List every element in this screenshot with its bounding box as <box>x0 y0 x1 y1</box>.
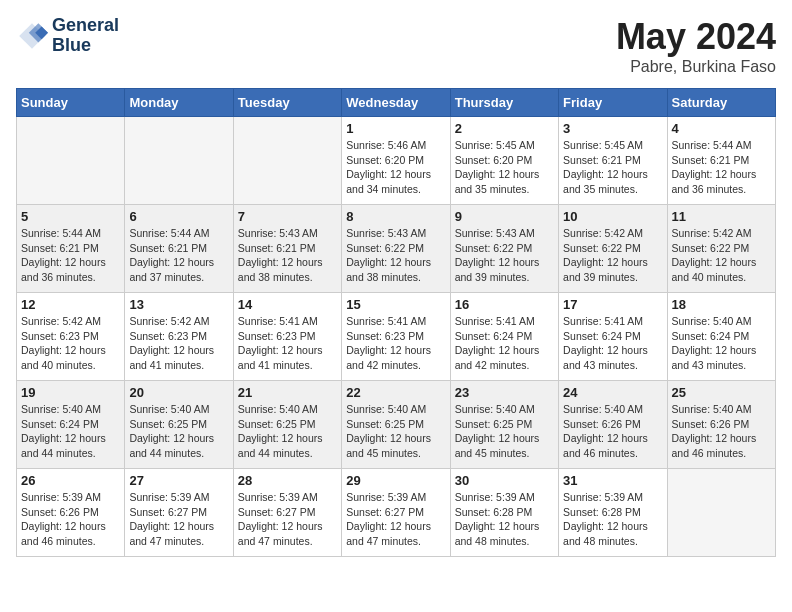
day-info: Sunrise: 5:42 AM Sunset: 6:23 PM Dayligh… <box>129 314 228 373</box>
day-number: 12 <box>21 297 120 312</box>
day-number: 24 <box>563 385 662 400</box>
day-number: 27 <box>129 473 228 488</box>
day-info: Sunrise: 5:44 AM Sunset: 6:21 PM Dayligh… <box>129 226 228 285</box>
calendar-day: 14Sunrise: 5:41 AM Sunset: 6:23 PM Dayli… <box>233 293 341 381</box>
day-info: Sunrise: 5:39 AM Sunset: 6:27 PM Dayligh… <box>129 490 228 549</box>
calendar-week-row: 12Sunrise: 5:42 AM Sunset: 6:23 PM Dayli… <box>17 293 776 381</box>
day-info: Sunrise: 5:39 AM Sunset: 6:28 PM Dayligh… <box>455 490 554 549</box>
calendar-week-row: 26Sunrise: 5:39 AM Sunset: 6:26 PM Dayli… <box>17 469 776 557</box>
logo-icon <box>16 20 48 52</box>
day-number: 30 <box>455 473 554 488</box>
weekday-header: Saturday <box>667 89 775 117</box>
day-number: 5 <box>21 209 120 224</box>
day-info: Sunrise: 5:39 AM Sunset: 6:27 PM Dayligh… <box>238 490 337 549</box>
day-info: Sunrise: 5:42 AM Sunset: 6:22 PM Dayligh… <box>672 226 771 285</box>
day-number: 9 <box>455 209 554 224</box>
day-number: 16 <box>455 297 554 312</box>
page-header: General Blue May 2024 Pabre, Burkina Fas… <box>16 16 776 76</box>
calendar-day: 20Sunrise: 5:40 AM Sunset: 6:25 PM Dayli… <box>125 381 233 469</box>
calendar-day: 28Sunrise: 5:39 AM Sunset: 6:27 PM Dayli… <box>233 469 341 557</box>
day-number: 23 <box>455 385 554 400</box>
day-info: Sunrise: 5:40 AM Sunset: 6:24 PM Dayligh… <box>672 314 771 373</box>
calendar-day: 26Sunrise: 5:39 AM Sunset: 6:26 PM Dayli… <box>17 469 125 557</box>
day-number: 7 <box>238 209 337 224</box>
calendar-day: 29Sunrise: 5:39 AM Sunset: 6:27 PM Dayli… <box>342 469 450 557</box>
calendar-day: 10Sunrise: 5:42 AM Sunset: 6:22 PM Dayli… <box>559 205 667 293</box>
calendar-day: 9Sunrise: 5:43 AM Sunset: 6:22 PM Daylig… <box>450 205 558 293</box>
day-info: Sunrise: 5:41 AM Sunset: 6:24 PM Dayligh… <box>563 314 662 373</box>
day-info: Sunrise: 5:43 AM Sunset: 6:22 PM Dayligh… <box>346 226 445 285</box>
day-info: Sunrise: 5:40 AM Sunset: 6:25 PM Dayligh… <box>455 402 554 461</box>
day-number: 3 <box>563 121 662 136</box>
calendar-day <box>233 117 341 205</box>
calendar-day: 25Sunrise: 5:40 AM Sunset: 6:26 PM Dayli… <box>667 381 775 469</box>
day-number: 10 <box>563 209 662 224</box>
day-number: 28 <box>238 473 337 488</box>
calendar-week-row: 1Sunrise: 5:46 AM Sunset: 6:20 PM Daylig… <box>17 117 776 205</box>
day-info: Sunrise: 5:41 AM Sunset: 6:24 PM Dayligh… <box>455 314 554 373</box>
day-number: 19 <box>21 385 120 400</box>
day-number: 21 <box>238 385 337 400</box>
logo: General Blue <box>16 16 119 56</box>
calendar-day: 27Sunrise: 5:39 AM Sunset: 6:27 PM Dayli… <box>125 469 233 557</box>
day-info: Sunrise: 5:40 AM Sunset: 6:26 PM Dayligh… <box>672 402 771 461</box>
day-info: Sunrise: 5:39 AM Sunset: 6:28 PM Dayligh… <box>563 490 662 549</box>
day-number: 4 <box>672 121 771 136</box>
day-number: 22 <box>346 385 445 400</box>
weekday-header-row: SundayMondayTuesdayWednesdayThursdayFrid… <box>17 89 776 117</box>
day-info: Sunrise: 5:39 AM Sunset: 6:27 PM Dayligh… <box>346 490 445 549</box>
day-number: 8 <box>346 209 445 224</box>
day-number: 6 <box>129 209 228 224</box>
day-number: 11 <box>672 209 771 224</box>
day-info: Sunrise: 5:44 AM Sunset: 6:21 PM Dayligh… <box>21 226 120 285</box>
calendar-week-row: 19Sunrise: 5:40 AM Sunset: 6:24 PM Dayli… <box>17 381 776 469</box>
day-info: Sunrise: 5:39 AM Sunset: 6:26 PM Dayligh… <box>21 490 120 549</box>
calendar-day <box>125 117 233 205</box>
calendar-day: 30Sunrise: 5:39 AM Sunset: 6:28 PM Dayli… <box>450 469 558 557</box>
day-info: Sunrise: 5:40 AM Sunset: 6:25 PM Dayligh… <box>346 402 445 461</box>
calendar-day: 16Sunrise: 5:41 AM Sunset: 6:24 PM Dayli… <box>450 293 558 381</box>
day-number: 17 <box>563 297 662 312</box>
calendar-day: 3Sunrise: 5:45 AM Sunset: 6:21 PM Daylig… <box>559 117 667 205</box>
day-info: Sunrise: 5:44 AM Sunset: 6:21 PM Dayligh… <box>672 138 771 197</box>
calendar-day <box>17 117 125 205</box>
day-info: Sunrise: 5:40 AM Sunset: 6:25 PM Dayligh… <box>238 402 337 461</box>
calendar-day: 23Sunrise: 5:40 AM Sunset: 6:25 PM Dayli… <box>450 381 558 469</box>
logo-text: General Blue <box>52 16 119 56</box>
day-info: Sunrise: 5:45 AM Sunset: 6:21 PM Dayligh… <box>563 138 662 197</box>
title-block: May 2024 Pabre, Burkina Faso <box>616 16 776 76</box>
day-number: 14 <box>238 297 337 312</box>
calendar-day: 7Sunrise: 5:43 AM Sunset: 6:21 PM Daylig… <box>233 205 341 293</box>
calendar-day: 22Sunrise: 5:40 AM Sunset: 6:25 PM Dayli… <box>342 381 450 469</box>
day-info: Sunrise: 5:42 AM Sunset: 6:23 PM Dayligh… <box>21 314 120 373</box>
calendar-day: 18Sunrise: 5:40 AM Sunset: 6:24 PM Dayli… <box>667 293 775 381</box>
day-number: 15 <box>346 297 445 312</box>
calendar-day: 5Sunrise: 5:44 AM Sunset: 6:21 PM Daylig… <box>17 205 125 293</box>
day-number: 25 <box>672 385 771 400</box>
calendar-day: 11Sunrise: 5:42 AM Sunset: 6:22 PM Dayli… <box>667 205 775 293</box>
calendar-day: 8Sunrise: 5:43 AM Sunset: 6:22 PM Daylig… <box>342 205 450 293</box>
weekday-header: Thursday <box>450 89 558 117</box>
calendar-week-row: 5Sunrise: 5:44 AM Sunset: 6:21 PM Daylig… <box>17 205 776 293</box>
day-number: 29 <box>346 473 445 488</box>
calendar-day: 2Sunrise: 5:45 AM Sunset: 6:20 PM Daylig… <box>450 117 558 205</box>
calendar-day: 1Sunrise: 5:46 AM Sunset: 6:20 PM Daylig… <box>342 117 450 205</box>
weekday-header: Sunday <box>17 89 125 117</box>
day-info: Sunrise: 5:43 AM Sunset: 6:21 PM Dayligh… <box>238 226 337 285</box>
day-info: Sunrise: 5:43 AM Sunset: 6:22 PM Dayligh… <box>455 226 554 285</box>
day-number: 18 <box>672 297 771 312</box>
day-info: Sunrise: 5:41 AM Sunset: 6:23 PM Dayligh… <box>238 314 337 373</box>
day-number: 1 <box>346 121 445 136</box>
day-info: Sunrise: 5:46 AM Sunset: 6:20 PM Dayligh… <box>346 138 445 197</box>
calendar-day: 13Sunrise: 5:42 AM Sunset: 6:23 PM Dayli… <box>125 293 233 381</box>
weekday-header: Tuesday <box>233 89 341 117</box>
calendar-day: 4Sunrise: 5:44 AM Sunset: 6:21 PM Daylig… <box>667 117 775 205</box>
month-title: May 2024 <box>616 16 776 58</box>
day-info: Sunrise: 5:45 AM Sunset: 6:20 PM Dayligh… <box>455 138 554 197</box>
day-number: 20 <box>129 385 228 400</box>
calendar-day: 19Sunrise: 5:40 AM Sunset: 6:24 PM Dayli… <box>17 381 125 469</box>
day-number: 13 <box>129 297 228 312</box>
location: Pabre, Burkina Faso <box>616 58 776 76</box>
day-info: Sunrise: 5:41 AM Sunset: 6:23 PM Dayligh… <box>346 314 445 373</box>
calendar-day: 21Sunrise: 5:40 AM Sunset: 6:25 PM Dayli… <box>233 381 341 469</box>
